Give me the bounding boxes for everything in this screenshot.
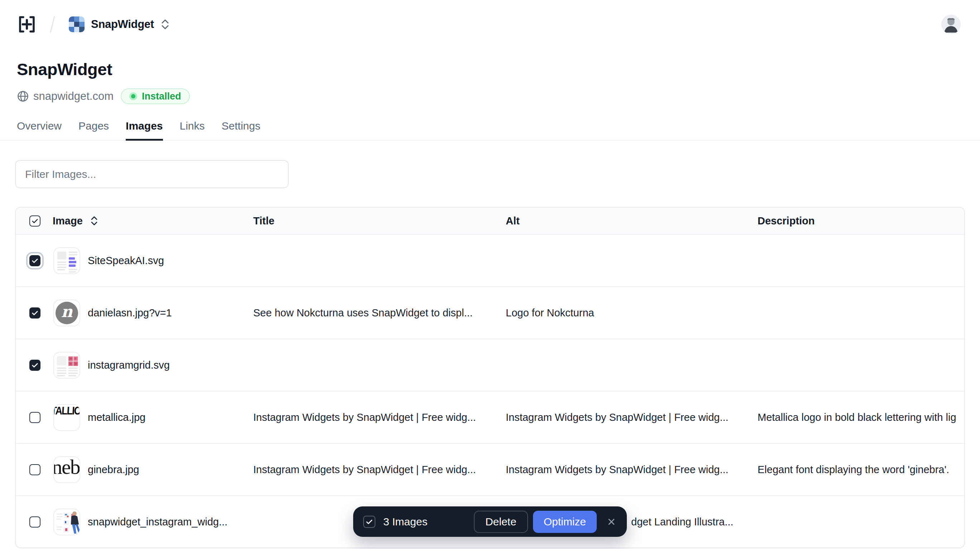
thumbnail-ginebra: neb [53,456,80,483]
table-row: n danielasn.jpg?v=1 See how Nokcturna us… [16,286,964,338]
image-alt: dget Landing Illustra... [631,516,757,528]
image-description: Elegant font displaying the word 'ginebr… [757,464,964,476]
tab-settings[interactable]: Settings [222,120,260,140]
chevron-updown-icon [161,19,170,30]
thumbnail-metallica: TALLIC [53,404,80,431]
tab-pages[interactable]: Pages [78,120,109,140]
close-icon[interactable] [606,516,617,527]
delete-button[interactable]: Delete [474,511,528,533]
select-all-checkbox[interactable] [29,216,40,227]
tab-overview[interactable]: Overview [17,120,62,140]
image-title: Instagram Widgets by SnapWidget | Free w… [253,412,506,424]
column-header-description: Description [757,215,964,227]
image-alt: Logo for Nokcturna [506,307,757,319]
table-row: TALLIC metallica.jpg Instagram Widgets b… [16,391,964,443]
image-filename[interactable]: ginebra.jpg [88,464,139,476]
optimize-button[interactable]: Optimize [533,511,597,533]
selection-checkbox[interactable] [363,516,375,528]
selection-count: 3 Images [383,516,427,528]
sort-icon[interactable] [90,216,99,226]
site-domain: snapwidget.com [17,90,113,103]
user-avatar[interactable] [941,15,961,34]
thumbnail-danielasn: n [53,300,80,326]
row-checkbox[interactable] [29,255,40,266]
thumbnail-snapwidget-illustration [53,509,80,535]
image-filename[interactable]: SiteSpeakAI.svg [88,255,164,267]
image-title: See how Nokcturna uses SnapWidget to dis… [253,307,506,319]
workspace-selector[interactable]: SnapWidget [69,16,170,32]
tab-links[interactable]: Links [180,120,205,140]
image-filename[interactable]: danielasn.jpg?v=1 [88,307,172,319]
table-row: neb ginebra.jpg Instagram Widgets by Sna… [16,443,964,495]
images-table: Image Title Alt Description [15,207,965,548]
image-title: Instagram Widgets by SnapWidget | Free w… [253,464,506,476]
image-description: Metallica logo in bold black lettering w… [757,412,964,424]
top-bar: SnapWidget [0,0,980,34]
row-checkbox[interactable] [29,516,40,528]
table-row: instagramgrid.svg [16,338,964,391]
thumbnail-sitespeakai [53,247,80,274]
image-filename[interactable]: instagramgrid.svg [88,359,170,371]
tab-images[interactable]: Images [126,120,162,140]
row-checkbox[interactable] [29,360,40,371]
filter-images-input[interactable] [15,160,289,188]
table-header-row: Image Title Alt Description [16,208,964,234]
column-header-image[interactable]: Image [52,215,83,227]
image-filename[interactable]: snapwidget_instagram_widg... [88,516,228,528]
page-header: SnapWidget snapwidget.com Installed [0,59,980,104]
image-alt: Instagram Widgets by SnapWidget | Free w… [506,464,757,476]
row-checkbox[interactable] [29,308,40,319]
row-checkbox[interactable] [29,412,40,423]
breadcrumb-slash [50,16,55,33]
status-dot [129,92,137,100]
image-alt: Instagram Widgets by SnapWidget | Free w… [506,412,757,424]
workspace-name: SnapWidget [91,18,154,31]
globe-icon [17,90,29,102]
tab-bar: Overview Pages Images Links Settings [0,120,980,141]
column-header-alt: Alt [506,215,757,227]
selection-action-bar: 3 Images Delete Optimize [353,506,627,537]
domain-text: snapwidget.com [33,90,113,103]
app-logo-icon[interactable] [17,14,37,34]
column-header-title: Title [253,215,506,227]
workspace-favicon [69,16,84,32]
image-filename[interactable]: metallica.jpg [88,412,145,424]
thumbnail-instagramgrid [53,352,80,379]
page-title: SnapWidget [17,59,963,79]
row-checkbox[interactable] [29,464,40,475]
table-row: SiteSpeakAI.svg [16,234,964,286]
status-badge: Installed [121,89,190,104]
